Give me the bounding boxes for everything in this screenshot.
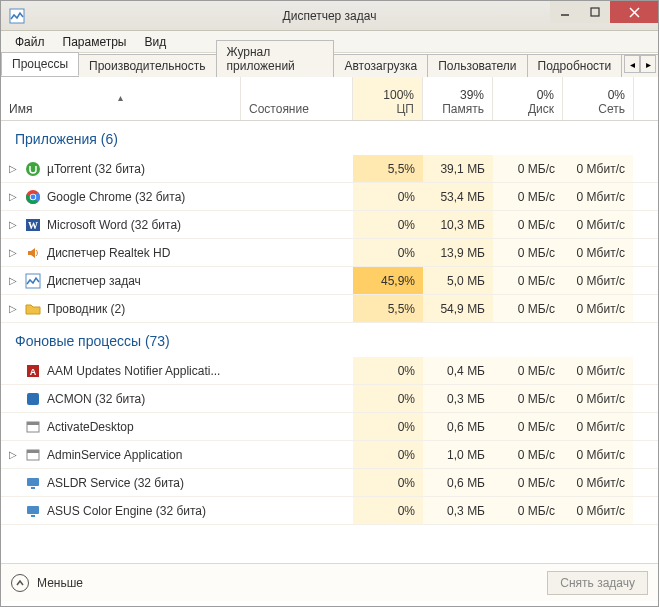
fewer-details-button[interactable]: Меньше	[11, 574, 83, 592]
expand-icon[interactable]: ▷	[7, 219, 19, 230]
cell-cpu: 0%	[353, 239, 423, 266]
process-name: Microsoft Word (32 бита)	[47, 218, 181, 232]
window-buttons	[550, 1, 658, 23]
cell-name: ▷Диспетчер Realtek HD	[1, 239, 241, 266]
cell-memory: 0,3 МБ	[423, 385, 493, 412]
process-icon	[25, 475, 41, 491]
process-icon: A	[25, 363, 41, 379]
table-row[interactable]: ▷WMicrosoft Word (32 бита)0%10,3 МБ0 МБ/…	[1, 211, 658, 239]
col-cpu-pct: 100%	[383, 88, 414, 102]
process-name: Проводник (2)	[47, 302, 125, 316]
cell-network: 0 Мбит/с	[563, 385, 633, 412]
cell-disk: 0 МБ/с	[493, 183, 563, 210]
svg-point-5	[26, 162, 40, 176]
cell-cpu: 0%	[353, 497, 423, 524]
tab-scroll-left[interactable]: ◂	[624, 55, 640, 73]
expand-icon[interactable]: ▷	[7, 191, 19, 202]
cell-cpu: 0%	[353, 183, 423, 210]
cell-status	[241, 295, 353, 322]
cell-cpu: 5,5%	[353, 295, 423, 322]
cell-name: ▷Проводник (2)	[1, 295, 241, 322]
process-icon	[25, 447, 41, 463]
cell-status	[241, 357, 353, 384]
table-row[interactable]: ASUS Color Engine (32 бита)0%0,3 МБ0 МБ/…	[1, 497, 658, 525]
tab-details[interactable]: Подробности	[527, 54, 623, 77]
menu-options[interactable]: Параметры	[55, 33, 135, 51]
process-icon	[25, 189, 41, 205]
cell-memory: 0,6 МБ	[423, 413, 493, 440]
tab-users[interactable]: Пользователи	[427, 54, 527, 77]
expand-icon[interactable]: ▷	[7, 449, 19, 460]
section-applications: Приложения (6)	[1, 121, 658, 155]
process-icon	[25, 245, 41, 261]
col-mem-label: Память	[442, 102, 484, 116]
menu-view[interactable]: Вид	[136, 33, 174, 51]
section-background: Фоновые процессы (73)	[1, 323, 658, 357]
cell-memory: 39,1 МБ	[423, 155, 493, 182]
tab-app-history[interactable]: Журнал приложений	[216, 40, 335, 77]
process-name: AAM Updates Notifier Applicati...	[47, 364, 220, 378]
process-name: Google Chrome (32 бита)	[47, 190, 185, 204]
tab-processes[interactable]: Процессы	[1, 52, 79, 76]
table-row[interactable]: ACMON (32 бита)0%0,3 МБ0 МБ/с0 Мбит/с	[1, 385, 658, 413]
cell-name: ACMON (32 бита)	[1, 385, 241, 412]
svg-rect-24	[31, 515, 35, 517]
col-net-label: Сеть	[598, 102, 625, 116]
cell-name: ASUS Color Engine (32 бита)	[1, 497, 241, 524]
cell-memory: 1,0 МБ	[423, 441, 493, 468]
table-row[interactable]: ActivateDesktop0%0,6 МБ0 МБ/с0 Мбит/с	[1, 413, 658, 441]
col-name[interactable]: ▴ Имя	[1, 77, 241, 120]
end-task-button[interactable]: Снять задачу	[547, 571, 648, 595]
cell-status	[241, 497, 353, 524]
table-row[interactable]: ▷Диспетчер задач45,9%5,0 МБ0 МБ/с0 Мбит/…	[1, 267, 658, 295]
cell-disk: 0 МБ/с	[493, 441, 563, 468]
close-button[interactable]	[610, 1, 658, 23]
menu-file[interactable]: Файл	[7, 33, 53, 51]
col-cpu[interactable]: 100% ЦП	[353, 77, 423, 120]
table-row[interactable]: ▷Проводник (2)5,5%54,9 МБ0 МБ/с0 Мбит/с	[1, 295, 658, 323]
process-icon	[25, 391, 41, 407]
cell-network: 0 Мбит/с	[563, 267, 633, 294]
process-name: ActivateDesktop	[47, 420, 134, 434]
table-row[interactable]: AAAM Updates Notifier Applicati...0%0,4 …	[1, 357, 658, 385]
table-row[interactable]: ▷Google Chrome (32 бита)0%53,4 МБ0 МБ/с0…	[1, 183, 658, 211]
cell-status	[241, 267, 353, 294]
expand-icon[interactable]: ▷	[7, 163, 19, 174]
chevron-up-icon	[11, 574, 29, 592]
cell-memory: 0,4 МБ	[423, 357, 493, 384]
maximize-button[interactable]	[580, 1, 610, 23]
tab-startup[interactable]: Автозагрузка	[333, 54, 428, 77]
cell-disk: 0 МБ/с	[493, 239, 563, 266]
tab-scroll-right[interactable]: ▸	[640, 55, 656, 73]
table-row[interactable]: ▷µTorrent (32 бита)5,5%39,1 МБ0 МБ/с0 Мб…	[1, 155, 658, 183]
cell-cpu: 0%	[353, 469, 423, 496]
cell-network: 0 Мбит/с	[563, 357, 633, 384]
col-network[interactable]: 0% Сеть	[563, 77, 633, 120]
col-disk[interactable]: 0% Диск	[493, 77, 563, 120]
svg-rect-22	[31, 487, 35, 489]
col-memory[interactable]: 39% Память	[423, 77, 493, 120]
expand-icon[interactable]: ▷	[7, 275, 19, 286]
content-area: ▴ Имя Состояние 100% ЦП 39% Память 0% Ди…	[1, 77, 658, 563]
cell-network: 0 Мбит/с	[563, 155, 633, 182]
cell-name: ActivateDesktop	[1, 413, 241, 440]
table-row[interactable]: ASLDR Service (32 бита)0%0,6 МБ0 МБ/с0 М…	[1, 469, 658, 497]
process-icon	[25, 161, 41, 177]
col-status[interactable]: Состояние	[241, 77, 353, 120]
cell-disk: 0 МБ/с	[493, 469, 563, 496]
minimize-button[interactable]	[550, 1, 580, 23]
col-mem-pct: 39%	[460, 88, 484, 102]
cell-memory: 0,6 МБ	[423, 469, 493, 496]
tab-performance[interactable]: Производительность	[78, 54, 216, 77]
cell-status	[241, 239, 353, 266]
process-name: µTorrent (32 бита)	[47, 162, 145, 176]
col-disk-label: Диск	[528, 102, 554, 116]
cell-memory: 13,9 МБ	[423, 239, 493, 266]
table-row[interactable]: ▷Диспетчер Realtek HD0%13,9 МБ0 МБ/с0 Мб…	[1, 239, 658, 267]
cell-disk: 0 МБ/с	[493, 211, 563, 238]
cell-disk: 0 МБ/с	[493, 267, 563, 294]
table-row[interactable]: ▷AdminService Application0%1,0 МБ0 МБ/с0…	[1, 441, 658, 469]
process-list[interactable]: Приложения (6) ▷µTorrent (32 бита)5,5%39…	[1, 121, 658, 559]
expand-icon[interactable]: ▷	[7, 247, 19, 258]
expand-icon[interactable]: ▷	[7, 303, 19, 314]
